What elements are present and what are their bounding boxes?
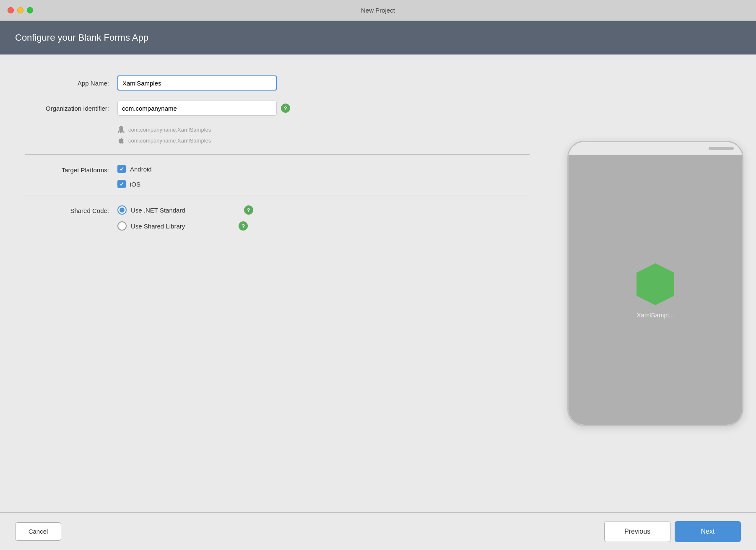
navigation-buttons: Previous Next [604,521,741,542]
android-checkbox-row[interactable]: ✓ Android [117,165,152,173]
app-name-row: App Name: [25,75,530,91]
bundle-ios-text: com.companyname.XamlSamples [128,138,211,144]
platform-options: ✓ Android ✓ iOS [117,165,152,188]
phone-screen: XamlSampl... [569,155,742,425]
net-standard-help-icon[interactable]: ? [244,205,253,215]
ios-checkbox[interactable]: ✓ [117,180,126,188]
page-title: Configure your Blank Forms App [15,32,148,43]
ios-icon [117,137,125,144]
previous-button[interactable]: Previous [604,521,670,542]
app-name-preview: XamlSampl... [636,311,674,319]
org-id-label: Organization Identifier: [25,105,117,112]
title-bar: New Project [0,0,756,21]
app-icon-container: XamlSampl... [634,261,676,319]
android-checkbox[interactable]: ✓ [117,165,126,173]
shared-code-label: Shared Code: [25,205,117,214]
preview-panel: XamlSampl... [555,54,756,512]
traffic-lights [8,7,33,13]
divider-1 [25,154,530,155]
shared-library-help-icon[interactable]: ? [239,221,248,231]
android-check-icon: ✓ [120,166,124,172]
bottom-bar: Cancel Previous Next [0,512,756,550]
ios-checkbox-row[interactable]: ✓ iOS [117,180,152,188]
cancel-button[interactable]: Cancel [15,522,61,541]
next-button[interactable]: Next [675,521,741,542]
shared-options: Use .NET Standard ? Use Shared Library ? [117,205,253,231]
minimize-button[interactable] [17,7,23,13]
target-platforms-section: Target Platforms: ✓ Android ✓ iOS [25,165,530,188]
net-standard-label: Use .NET Standard [131,207,185,214]
form-panel: App Name: Organization Identifier: ? com… [0,54,555,512]
window-title: New Project [361,7,395,14]
close-button[interactable] [8,7,14,13]
net-standard-radio-fill [120,208,125,213]
org-id-help-icon[interactable]: ? [281,104,290,113]
ios-label: iOS [130,181,140,188]
net-standard-radio[interactable] [117,205,127,215]
net-standard-radio-row[interactable]: Use .NET Standard ? [117,205,253,215]
shared-library-radio-row[interactable]: Use Shared Library ? [117,221,253,231]
header-bar: Configure your Blank Forms App [0,21,756,54]
bundle-ios-row: com.companyname.XamlSamples [117,137,530,144]
app-hexagon-icon [634,261,676,307]
org-id-input[interactable] [117,101,277,116]
divider-2 [25,195,530,195]
android-label: Android [130,166,152,173]
main-content: App Name: Organization Identifier: ? com… [0,54,756,512]
phone-status-bar [569,142,742,155]
phone-mockup: XamlSampl... [567,141,743,426]
org-id-row: Organization Identifier: ? [25,101,530,116]
ios-check-icon: ✓ [120,181,124,187]
shared-library-label: Use Shared Library [131,223,185,230]
app-name-label: App Name: [25,80,117,87]
svg-marker-0 [636,263,674,305]
shared-library-radio[interactable] [117,221,127,231]
app-name-input[interactable] [117,75,277,91]
target-platforms-label: Target Platforms: [25,165,117,174]
shared-code-section: Shared Code: Use .NET Standard ? Use Sha… [25,205,530,231]
phone-status-pill [709,147,734,150]
bundle-android-row: com.companyname.XamlSamples [117,126,530,133]
maximize-button[interactable] [27,7,33,13]
bundle-android-text: com.companyname.XamlSamples [128,127,211,133]
android-icon [117,126,125,133]
